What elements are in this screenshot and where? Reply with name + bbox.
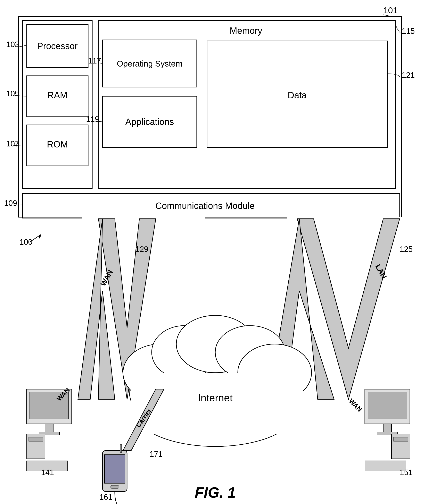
os-label: Operating System (117, 59, 182, 68)
svg-rect-35 (45, 424, 53, 432)
ref-101: 101 (383, 6, 398, 15)
ref-141: 141 (41, 468, 54, 477)
figure-label: FIG. 1 (195, 484, 236, 501)
ref-161: 161 (99, 493, 112, 501)
internet-label: Internet (198, 392, 233, 404)
svg-rect-45 (393, 437, 408, 441)
ref-109: 109 (4, 199, 17, 208)
ref-107: 107 (6, 139, 19, 148)
svg-rect-48 (105, 455, 125, 483)
svg-rect-50 (120, 444, 122, 452)
svg-rect-41 (368, 392, 407, 419)
svg-marker-18 (113, 45, 166, 219)
data-label: Data (288, 90, 307, 100)
left-computer (27, 389, 72, 471)
svg-rect-49 (111, 485, 119, 488)
ref-117: 117 (88, 57, 101, 65)
processor-label: Processor (37, 41, 78, 51)
ram-label: RAM (47, 90, 67, 100)
ref-171: 171 (150, 450, 162, 458)
ref-103: 103 (6, 40, 19, 49)
memory-label: Memory (230, 26, 262, 36)
svg-rect-42 (383, 424, 392, 432)
ref-151: 151 (400, 468, 413, 477)
ref-121: 121 (402, 71, 415, 79)
rom-label: ROM (47, 139, 68, 149)
ref-129: 129 (135, 245, 148, 253)
ref-119: 119 (86, 115, 99, 123)
diagram-container: 101 Processor 103 RAM 105 ROM 107 Memory (0, 0, 429, 504)
ref-100: 100 (19, 238, 32, 246)
comm-module-label: Communications Module (155, 201, 255, 211)
svg-rect-6 (98, 20, 396, 188)
right-computer (365, 389, 410, 471)
ref-105: 105 (6, 89, 19, 98)
svg-rect-38 (29, 437, 43, 441)
ref-115: 115 (402, 27, 415, 35)
applications-label: Applications (125, 117, 174, 127)
ref-125: 125 (400, 245, 413, 253)
